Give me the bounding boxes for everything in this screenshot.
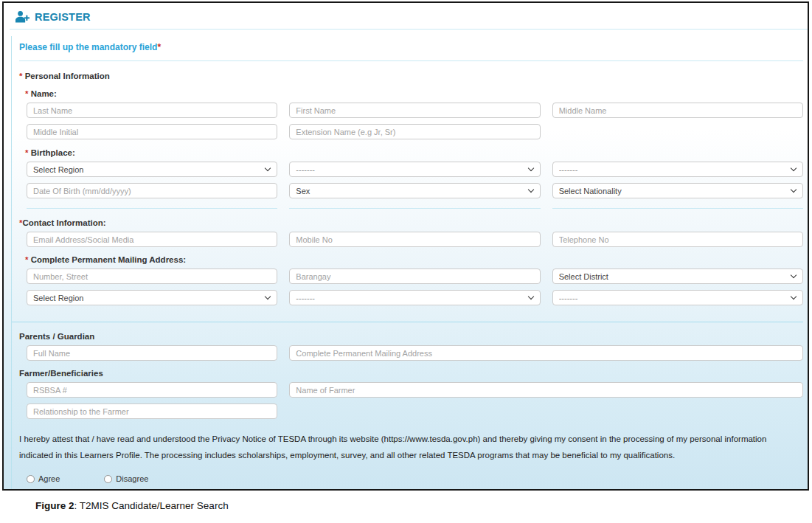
guardian-address-input[interactable] [289,345,803,361]
disagree-radio[interactable] [104,475,112,483]
birth-city-select[interactable]: ------- [552,162,803,177]
agree-radio[interactable] [27,475,35,483]
section-divider [12,322,803,322]
consent-radio-group: Agree Disagree [19,474,803,483]
notice-divider [19,60,803,61]
column-dividers [27,208,803,209]
address-region-select-control[interactable]: Select Region [27,290,277,305]
disagree-option[interactable]: Disagree [104,474,148,483]
street-input[interactable] [27,269,277,284]
birthdate-row: Sex Select Nationality [27,183,803,198]
address-city-select-control[interactable]: ------- [552,290,803,305]
label-name: * Name: [25,89,803,98]
last-name-input[interactable] [27,103,277,118]
nationality-select-control[interactable]: Select Nationality [552,183,803,198]
farmer-name-input[interactable] [289,382,803,398]
district-select-control[interactable]: Select District [552,269,803,284]
page-header: REGISTER [4,3,808,29]
agree-label: Agree [38,474,60,483]
address-region-select[interactable]: Select Region [27,290,277,305]
address-row-2: Select Region ------- ------- [27,290,803,305]
date-of-birth-input[interactable] [27,183,277,198]
barangay-input[interactable] [289,269,540,284]
middle-name-input[interactable] [552,103,803,118]
birth-region-select-control[interactable]: Select Region [27,162,277,177]
farmer-relationship-input[interactable] [27,403,277,419]
address-row-1: Select District [27,269,803,284]
email-input[interactable] [27,232,277,247]
rsbsa-input[interactable] [27,382,277,398]
first-name-input[interactable] [289,103,540,118]
register-window: REGISTER Please fill up the mandatory fi… [2,1,809,491]
section-farmer-beneficiaries: Farmer/Beneficiaries [19,369,803,378]
figure-caption-text: : T2MIS Candidate/Learner Search [74,500,229,511]
form-panel: Please fill up the mandatory field* * Pe… [11,36,808,491]
sex-select-control[interactable]: Sex [289,183,540,198]
telephone-input[interactable] [552,232,803,247]
label-birthplace: * Birthplace: [25,148,803,157]
address-city-select[interactable]: ------- [552,290,803,305]
mandatory-notice: Please fill up the mandatory field* [19,36,803,60]
asterisk: * [157,42,161,52]
person-plus-icon [15,10,30,23]
disagree-label: Disagree [116,474,148,483]
middle-initial-input[interactable] [27,124,277,139]
header-divider [10,29,808,30]
farmer-row-2 [27,403,803,419]
agree-option[interactable]: Agree [27,474,60,483]
birth-province-select[interactable]: ------- [289,162,540,177]
sex-select[interactable]: Sex [289,183,540,198]
farmer-row-1 [27,382,803,398]
page-title: REGISTER [35,11,91,23]
extension-name-input[interactable] [289,124,540,139]
nationality-select[interactable]: Select Nationality [552,183,803,198]
address-province-select[interactable]: ------- [289,290,540,305]
guardian-full-name-input[interactable] [27,345,277,361]
contact-row [27,232,803,247]
address-province-select-control[interactable]: ------- [289,290,540,305]
section-contact-information: *Contact Information: [19,218,803,227]
section-parents-guardian: Parents / Guardian [19,332,803,341]
name-row-1 [27,103,803,139]
parents-row [27,345,803,361]
privacy-notice-text: I hereby attest that / have read and und… [19,431,802,463]
label-mailing-address: * Complete Permanent Mailing Address: [25,255,803,264]
birthplace-row: Select Region ------- ------- [27,162,803,177]
birth-region-select[interactable]: Select Region [27,162,277,177]
mobile-input[interactable] [289,232,540,247]
figure-caption: Figure 2: T2MIS Candidate/Learner Search [35,500,812,511]
district-select[interactable]: Select District [552,269,803,284]
figure-caption-number: Figure 2 [35,500,74,511]
birth-city-select-control[interactable]: ------- [552,162,803,177]
birth-province-select-control[interactable]: ------- [289,162,540,177]
section-personal-information: * Personal Information [19,72,803,80]
